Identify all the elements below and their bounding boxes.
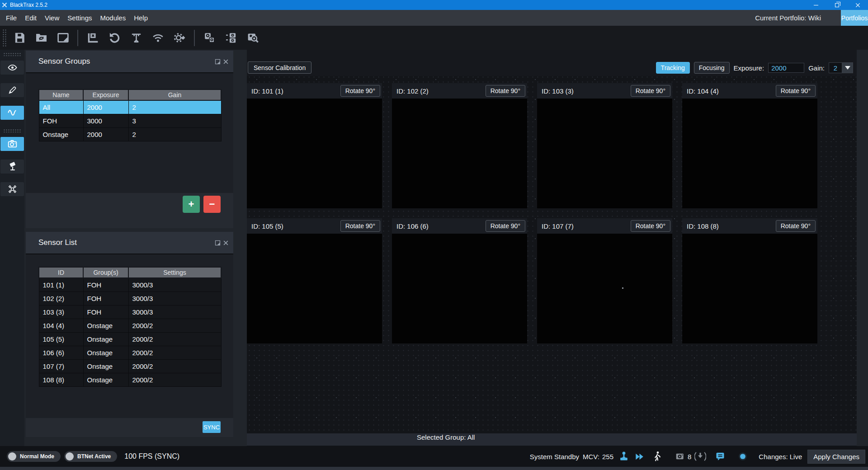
- cell[interactable]: 101 (1): [39, 278, 83, 291]
- cell[interactable]: Onstage: [83, 359, 128, 373]
- cell[interactable]: 105 (5): [39, 332, 83, 346]
- menu-item-view[interactable]: View: [41, 12, 63, 24]
- sensor-row[interactable]: 103 (3)FOH3000/3: [39, 305, 221, 319]
- cell[interactable]: 2000/2: [128, 346, 221, 359]
- cell[interactable]: 2000/2: [128, 373, 221, 386]
- cell[interactable]: 108 (8): [39, 373, 83, 386]
- minimize-button[interactable]: [806, 0, 826, 10]
- cell-name[interactable]: FOH: [39, 114, 83, 127]
- cell-gain[interactable]: 3: [128, 114, 221, 127]
- column-header[interactable]: Settings: [128, 267, 221, 278]
- portfolios-button[interactable]: Portfolios: [841, 10, 868, 26]
- gain-dropdown[interactable]: 2: [829, 62, 853, 73]
- cell[interactable]: 3000/3: [128, 291, 221, 305]
- window-panel-icon[interactable]: [53, 28, 72, 47]
- add-group-button[interactable]: +: [183, 196, 200, 213]
- cell-name[interactable]: All: [39, 100, 83, 114]
- cell-exposure[interactable]: 2000: [83, 127, 128, 141]
- camera-view[interactable]: [537, 234, 672, 343]
- camera-view[interactable]: [247, 234, 382, 343]
- sensor-calibration-button[interactable]: Sensor Calibration: [248, 61, 311, 74]
- rotate-90-button[interactable]: Rotate 90°: [486, 220, 525, 232]
- camera-view[interactable]: [537, 99, 672, 208]
- rotate-90-button[interactable]: Rotate 90°: [776, 220, 816, 232]
- cell[interactable]: Onstage: [83, 346, 128, 359]
- horizontal-scrollbar[interactable]: [247, 433, 857, 446]
- folder-sync-icon[interactable]: [32, 28, 51, 47]
- btnet-indicator[interactable]: BTNet Active: [64, 451, 117, 462]
- column-header[interactable]: Exposure: [83, 89, 128, 100]
- restore-button[interactable]: [826, 0, 847, 10]
- cell[interactable]: FOH: [83, 305, 128, 319]
- sidebar-item-projector[interactable]: [0, 160, 24, 174]
- focusing-button[interactable]: Focusing: [694, 62, 730, 74]
- apply-changes-button[interactable]: Apply Changes: [807, 450, 865, 464]
- record-status-icon[interactable]: [738, 451, 748, 461]
- sidebar-item-drone[interactable]: [0, 182, 24, 196]
- cell[interactable]: 107 (7): [39, 359, 83, 373]
- cell[interactable]: FOH: [83, 278, 128, 291]
- sidebar-item-wave[interactable]: [0, 106, 24, 120]
- chart-delete-icon[interactable]: [83, 28, 102, 47]
- sync-button[interactable]: SYNC: [203, 421, 221, 433]
- tracking-button[interactable]: Tracking: [656, 62, 690, 74]
- sensor-group-row[interactable]: FOH30003: [39, 114, 221, 127]
- camera-view[interactable]: [392, 234, 527, 343]
- camera-search-icon[interactable]: [243, 28, 262, 47]
- sensor-list-header[interactable]: Sensor List: [26, 232, 233, 254]
- rotate-90-button[interactable]: Rotate 90°: [340, 85, 380, 97]
- menu-item-modules[interactable]: Modules: [96, 12, 130, 24]
- cell[interactable]: Onstage: [83, 373, 128, 386]
- gain-dropdown-button[interactable]: [842, 62, 853, 73]
- sensor-row[interactable]: 107 (7)Onstage2000/2: [39, 359, 221, 373]
- toolbar-drag-handle[interactable]: [2, 28, 6, 47]
- sidebar-drag-handle[interactable]: [3, 52, 22, 56]
- rotate-90-button[interactable]: Rotate 90°: [776, 85, 816, 97]
- save-icon[interactable]: [10, 28, 29, 47]
- normal-mode-indicator[interactable]: Normal Mode: [7, 451, 61, 462]
- undock-panel-icon[interactable]: [214, 240, 221, 246]
- camera-list-icon[interactable]: [222, 28, 241, 47]
- cell-gain[interactable]: 2: [128, 127, 221, 141]
- cameras-pair-icon[interactable]: [200, 28, 219, 47]
- sensor-groups-header[interactable]: Sensor Groups: [26, 51, 233, 73]
- cell[interactable]: 2000/2: [128, 359, 221, 373]
- sensor-group-row[interactable]: Onstage20002: [39, 127, 221, 141]
- wifi-icon[interactable]: [148, 28, 167, 47]
- rotate-90-button[interactable]: Rotate 90°: [486, 85, 525, 97]
- cell-gain[interactable]: 2: [128, 100, 221, 114]
- fast-forward-icon[interactable]: [634, 451, 645, 462]
- walking-person-icon[interactable]: [651, 451, 663, 463]
- cell[interactable]: 3000/3: [128, 305, 221, 319]
- exposure-input[interactable]: [768, 63, 804, 73]
- gear-sync-icon[interactable]: [170, 28, 189, 47]
- download-icon[interactable]: [694, 451, 706, 462]
- sensor-row[interactable]: 105 (5)Onstage2000/2: [39, 332, 221, 346]
- tracker-antenna-icon[interactable]: [127, 28, 146, 47]
- camera-view[interactable]: [682, 99, 817, 208]
- menu-item-help[interactable]: Help: [130, 12, 152, 24]
- cell-exposure[interactable]: 3000: [83, 114, 128, 127]
- close-panel-icon[interactable]: [222, 240, 229, 246]
- camera-view[interactable]: [247, 99, 382, 208]
- camera-count-icon[interactable]: [675, 451, 685, 461]
- sidebar-item-camera[interactable]: [0, 137, 24, 151]
- cell-name[interactable]: Onstage: [39, 127, 83, 141]
- close-panel-icon[interactable]: [222, 58, 229, 65]
- close-button[interactable]: [847, 0, 868, 10]
- cell[interactable]: 104 (4): [39, 319, 83, 332]
- cell[interactable]: 102 (2): [39, 291, 83, 305]
- menu-item-file[interactable]: File: [2, 12, 21, 24]
- sensor-row[interactable]: 102 (2)FOH3000/3: [39, 291, 221, 305]
- sidebar-item-eye[interactable]: [0, 61, 24, 75]
- column-header[interactable]: Name: [39, 89, 83, 100]
- cell[interactable]: 3000/3: [128, 278, 221, 291]
- cell[interactable]: 2000/2: [128, 332, 221, 346]
- sensor-group-row[interactable]: All20002: [39, 100, 221, 114]
- cell[interactable]: Onstage: [83, 332, 128, 346]
- rotate-90-button[interactable]: Rotate 90°: [631, 220, 670, 232]
- rotate-reset-icon[interactable]: [105, 28, 124, 47]
- rotate-90-button[interactable]: Rotate 90°: [340, 220, 380, 232]
- joystick-icon[interactable]: [618, 451, 630, 462]
- column-header[interactable]: Gain: [128, 89, 221, 100]
